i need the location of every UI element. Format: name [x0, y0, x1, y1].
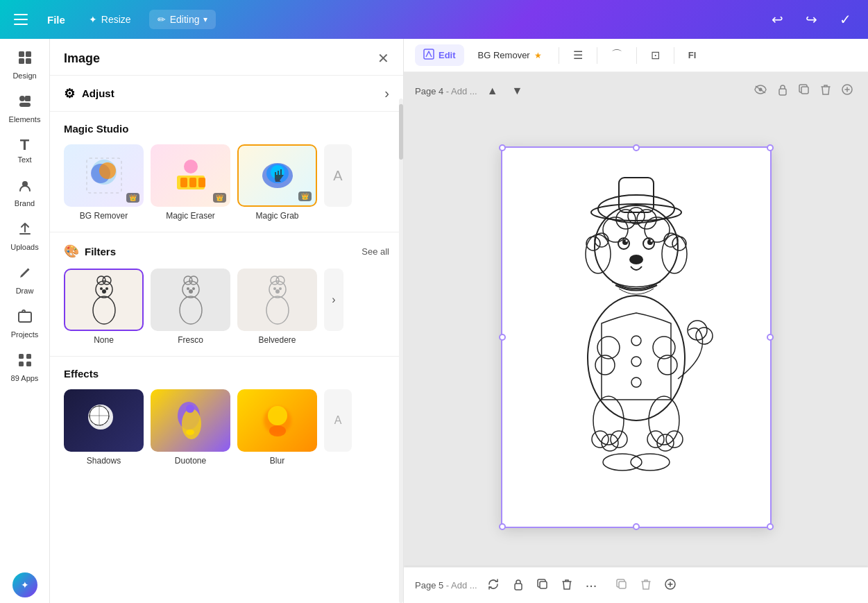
design-label: Design — [12, 71, 36, 80]
svg-rect-12 — [19, 362, 24, 366]
undo-button[interactable]: ↩ — [766, 8, 789, 31]
overflow-thumbnail: A — [324, 144, 352, 207]
svg-rect-6 — [19, 103, 31, 107]
svg-point-87 — [631, 336, 641, 346]
sidebar-item-design[interactable]: Design — [3, 44, 47, 85]
card-magic-grab[interactable]: 👑 Magic Grab — [237, 144, 317, 221]
effect-overflow[interactable]: A — [324, 389, 352, 466]
filter-none-label: None — [94, 335, 114, 345]
text-icon: T — [20, 137, 29, 153]
svg-rect-9 — [19, 312, 31, 322]
filter-fresco[interactable]: Fresco — [151, 269, 230, 345]
svg-point-36 — [189, 276, 198, 284]
svg-rect-107 — [540, 581, 547, 588]
panel-content: ⚙ Adjust › Magic Studio — [50, 76, 403, 603]
svg-point-40 — [266, 296, 289, 324]
canvas-page[interactable] — [501, 146, 772, 528]
see-all-button[interactable]: See all — [361, 246, 389, 257]
redo-button[interactable]: ↪ — [800, 8, 823, 31]
page5-delete2-button[interactable] — [637, 576, 655, 595]
editing-button[interactable]: ✏ Editing ▾ — [149, 10, 216, 29]
svg-point-26 — [93, 296, 115, 324]
page5-more-button[interactable]: ··· — [581, 575, 602, 596]
elements-label: Elements — [9, 115, 41, 124]
filter-belvedere[interactable]: Belvedere — [237, 269, 317, 345]
page5-lock-button[interactable] — [509, 575, 527, 596]
panel-scrollbar-thumb[interactable] — [399, 104, 403, 160]
sidebar-item-apps[interactable]: 89 Apps — [3, 347, 47, 388]
bg-remover-toolbar-label: BG Remover — [478, 50, 530, 60]
page5-bar: Page 5 - Add ... ··· — [404, 567, 868, 603]
toolbar-crop-icon[interactable]: ⊡ — [645, 44, 665, 66]
svg-rect-62 — [801, 87, 808, 94]
sidebar-item-elements[interactable]: Elements — [3, 88, 47, 129]
apps-label: 89 Apps — [11, 374, 39, 382]
magic-eraser-label: Magic Eraser — [166, 211, 215, 221]
svg-rect-5 — [25, 96, 31, 101]
bg-remover-label: BG Remover — [80, 211, 128, 221]
page4-copy-button[interactable] — [794, 81, 814, 101]
page4-delete-button[interactable] — [817, 81, 835, 101]
svg-rect-2 — [19, 58, 24, 64]
file-button[interactable]: File — [42, 11, 71, 28]
svg-point-57 — [269, 425, 286, 436]
adjust-row[interactable]: ⚙ Adjust › — [50, 76, 403, 112]
save-button[interactable]: ✓ — [834, 8, 857, 31]
sidebar-item-projects[interactable]: Projects — [3, 303, 47, 344]
page5-copy-button[interactable] — [533, 576, 552, 595]
toolbar-separator-4 — [674, 47, 674, 64]
resize-button[interactable]: ✦ Resize — [82, 11, 138, 28]
effect-overflow-thumbnail: A — [324, 389, 352, 452]
svg-point-96 — [657, 434, 674, 451]
resize-label: Resize — [101, 14, 131, 25]
page5-add-button[interactable] — [661, 576, 680, 595]
svg-point-38 — [187, 287, 189, 290]
effect-duotone[interactable]: Duotone — [151, 389, 230, 466]
card-overflow[interactable]: A — [324, 144, 352, 221]
page4-lock-button[interactable] — [774, 80, 792, 101]
svg-point-93 — [602, 434, 618, 451]
avatar[interactable]: ✦ — [12, 572, 37, 597]
edit-button[interactable]: Edit — [415, 44, 464, 66]
toolbar-separator-3 — [636, 47, 637, 64]
filter-none[interactable]: None — [64, 269, 144, 345]
svg-point-103 — [696, 328, 713, 344]
effect-blur[interactable]: Blur — [237, 389, 317, 466]
sidebar-item-text[interactable]: T Text — [3, 132, 47, 169]
sidebar-item-uploads[interactable]: Uploads — [3, 216, 47, 257]
page4-eye-button[interactable] — [750, 82, 771, 100]
svg-rect-8 — [19, 233, 31, 235]
elements-icon — [17, 94, 33, 112]
page4-down-button[interactable]: ▼ — [507, 82, 527, 100]
projects-label: Projects — [11, 330, 39, 339]
design-icon — [17, 50, 33, 69]
toolbar-menu-icon[interactable]: ☰ — [568, 44, 588, 66]
filter-next-button[interactable]: › — [324, 269, 343, 331]
sidebar-item-brand[interactable]: Brand — [3, 172, 47, 213]
shadows-label: Shadows — [87, 456, 121, 466]
magic-eraser-crown: 👑 — [213, 193, 226, 203]
page4-up-button[interactable]: ▲ — [483, 82, 502, 100]
toolbar-corner-icon[interactable]: ⌒ — [606, 44, 628, 67]
menu-button[interactable] — [11, 10, 31, 29]
svg-rect-11 — [26, 354, 31, 359]
toolbar-flip-icon[interactable]: Fl — [683, 46, 702, 65]
filter-fresco-label: Fresco — [178, 335, 203, 345]
bg-remover-button[interactable]: BG Remover ★ — [470, 46, 550, 65]
magic-grab-thumbnail: 👑 — [237, 144, 317, 207]
page5-delete-button[interactable] — [558, 576, 576, 595]
panel-close-button[interactable]: ✕ — [377, 50, 389, 67]
page5-copy2-button[interactable] — [612, 576, 631, 595]
card-bg-remover[interactable]: 👑 BG Remover — [64, 144, 144, 221]
svg-point-16 — [99, 162, 116, 179]
svg-point-88 — [631, 357, 641, 366]
canvas-area: Edit BG Remover ★ ☰ ⌒ ⊡ Fl Page 4 - Add — [404, 39, 868, 603]
canvas-scroll[interactable]: Page 4 - Add ... ▲ ▼ — [404, 72, 868, 603]
effect-shadows[interactable]: Shadows — [64, 389, 144, 466]
page4-add-button[interactable] — [837, 81, 857, 101]
canvas-wrapper[interactable] — [404, 107, 868, 567]
page5-refresh-button[interactable] — [483, 575, 504, 596]
svg-point-86 — [588, 296, 685, 421]
sidebar-item-draw[interactable]: Draw — [3, 260, 47, 300]
card-magic-eraser[interactable]: 👑 Magic Eraser — [151, 144, 230, 221]
